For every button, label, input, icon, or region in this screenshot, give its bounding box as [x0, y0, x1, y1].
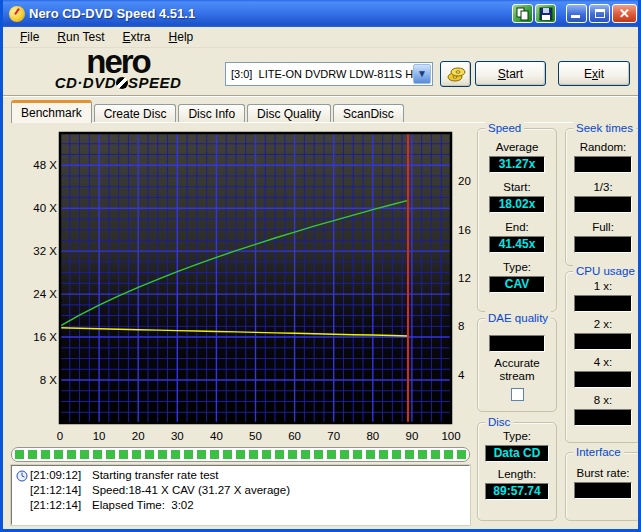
- tabpage-edge: [11, 122, 631, 123]
- close-button[interactable]: ✕: [612, 4, 637, 23]
- accurate-stream-checkbox[interactable]: [511, 388, 524, 401]
- svg-text:4: 4: [458, 369, 465, 381]
- nero-logo: nero CD·DVDSPEED: [33, 49, 203, 91]
- seek-random-label: Random:: [566, 140, 640, 154]
- seek-random-value: [574, 156, 632, 173]
- svg-text:48 X: 48 X: [33, 159, 57, 171]
- tab-create-disc[interactable]: Create Disc: [94, 104, 177, 123]
- logo-cd-dvd: CD·DVD: [55, 74, 116, 91]
- cpu-usage-title: CPU usage: [573, 264, 638, 278]
- tab-strip: Benchmark Create Disc Disc Info Disc Qua…: [11, 100, 406, 123]
- progress-bar-fill: [15, 450, 466, 459]
- svg-text:70: 70: [327, 430, 340, 442]
- cpu-4x-label: 4 x:: [566, 355, 640, 369]
- seek-third-value: [574, 196, 632, 213]
- cpu-4x-value: [574, 371, 632, 388]
- svg-text:100: 100: [441, 430, 460, 442]
- seek-full-label: Full:: [566, 220, 640, 234]
- speed-panel-title: Speed: [485, 121, 524, 135]
- log-text: Elapsed Time: 3:02: [92, 498, 467, 513]
- tab-disc-quality[interactable]: Disc Quality: [247, 104, 331, 123]
- interface-panel: Interface Burst rate:: [565, 452, 641, 521]
- close-icon: ✕: [619, 7, 630, 20]
- menu-file[interactable]: File: [11, 28, 48, 46]
- dae-quality-panel: DAE quality Accurate stream: [477, 318, 557, 412]
- chevron-down-icon: ▼: [417, 69, 427, 79]
- disc-type-value: Data CD: [485, 445, 549, 462]
- svg-text:16 X: 16 X: [33, 331, 57, 343]
- menu-help[interactable]: Help: [160, 28, 203, 46]
- log-row: [21:09:12] Starting transfer rate test: [14, 468, 467, 483]
- tab-disc-info[interactable]: Disc Info: [178, 104, 245, 123]
- speed-end-label: End:: [478, 220, 556, 234]
- cpu-2x-label: 2 x:: [566, 317, 640, 331]
- svg-text:16: 16: [458, 224, 471, 236]
- svg-text:40: 40: [210, 430, 223, 442]
- log-row: [21:12:14] Elapsed Time: 3:02: [14, 498, 467, 513]
- exit-button[interactable]: Exit: [558, 61, 630, 86]
- app-icon: [9, 6, 25, 22]
- disc-length-value: 89:57.74: [485, 483, 549, 500]
- speed-type-label: Type:: [478, 260, 556, 274]
- log-panel[interactable]: [21:09:12] Starting transfer rate test […: [11, 465, 470, 525]
- svg-text:8: 8: [458, 320, 464, 332]
- nero-brand-text: nero: [33, 49, 203, 74]
- cpu-8x-label: 8 x:: [566, 393, 640, 407]
- burst-rate-label: Burst rate:: [566, 466, 640, 480]
- cpu-1x-label: 1 x:: [566, 279, 640, 293]
- disc-panel-title: Disc: [485, 415, 513, 429]
- disc-icon: [116, 77, 128, 89]
- log-time: [21:09:12]: [30, 468, 92, 483]
- seek-times-title: Seek times: [573, 121, 636, 135]
- cpu-1x-value: [574, 295, 632, 312]
- logo-speed: SPEED: [128, 74, 181, 91]
- copy-results-button[interactable]: [512, 4, 533, 23]
- minimize-button[interactable]: [566, 4, 587, 23]
- cpu-8x-value: [574, 409, 632, 426]
- log-text: Starting transfer rate test: [92, 468, 467, 483]
- save-results-button[interactable]: [535, 4, 556, 23]
- window-title: Nero CD-DVD Speed 4.51.1: [29, 6, 510, 21]
- log-text: Speed:18-41 X CAV (31.27 X average): [92, 483, 467, 498]
- app-window: Nero CD-DVD Speed 4.51.1 ✕ File Run Test…: [0, 0, 641, 532]
- accurate-stream-label: Accurate stream: [478, 357, 556, 383]
- tab-scandisc[interactable]: ScanDisc: [333, 104, 404, 123]
- log-icon-spacer: [14, 483, 30, 498]
- start-button[interactable]: Start: [475, 61, 546, 86]
- drive-selector-arrow[interactable]: ▼: [413, 64, 431, 84]
- speed-end-value: 41.45x: [489, 236, 545, 253]
- log-time: [21:12:14]: [30, 498, 92, 513]
- disc-type-label: Type:: [478, 429, 556, 443]
- speed-average-label: Average: [478, 140, 556, 154]
- interface-title: Interface: [573, 445, 624, 459]
- speed-start-value: 18.02x: [489, 196, 545, 213]
- log-icon-spacer: [14, 498, 30, 513]
- seek-full-value: [574, 236, 632, 253]
- save-icon: [539, 7, 553, 21]
- speed-start-label: Start:: [478, 180, 556, 194]
- speed-type-value: CAV: [489, 276, 545, 293]
- svg-text:10: 10: [93, 430, 106, 442]
- log-time: [21:12:14]: [30, 483, 92, 498]
- drive-selector[interactable]: [3:0] LITE-ON DVDRW LDW-811S HS0R ▼: [225, 62, 433, 86]
- copy-icon: [515, 7, 530, 21]
- dae-quality-value: [489, 335, 545, 352]
- transfer-rate-chart: 48 X40 X32 X24 X16 X8 X20161284010203040…: [33, 125, 478, 447]
- tab-benchmark[interactable]: Benchmark: [11, 100, 92, 123]
- drive-selector-value: [3:0] LITE-ON DVDRW LDW-811S HS0R: [226, 68, 413, 80]
- log-row: [21:12:14] Speed:18-41 X CAV (31.27 X av…: [14, 483, 467, 498]
- maximize-button[interactable]: [589, 4, 610, 23]
- maximize-icon: [595, 9, 605, 18]
- disc-length-label: Length:: [478, 467, 556, 481]
- seek-third-label: 1/3:: [566, 180, 640, 194]
- speed-average-value: 31.27x: [489, 156, 545, 173]
- cpu-usage-panel: CPU usage 1 x: 2 x: 4 x: 8 x:: [565, 271, 641, 443]
- svg-text:40 X: 40 X: [33, 202, 57, 214]
- discs-icon: [446, 65, 466, 83]
- svg-text:8 X: 8 X: [40, 374, 58, 386]
- svg-text:24 X: 24 X: [33, 288, 57, 300]
- svg-text:30: 30: [171, 430, 184, 442]
- drive-info-button[interactable]: [440, 61, 471, 87]
- burst-rate-value: [574, 482, 632, 499]
- dae-quality-title: DAE quality: [485, 311, 551, 325]
